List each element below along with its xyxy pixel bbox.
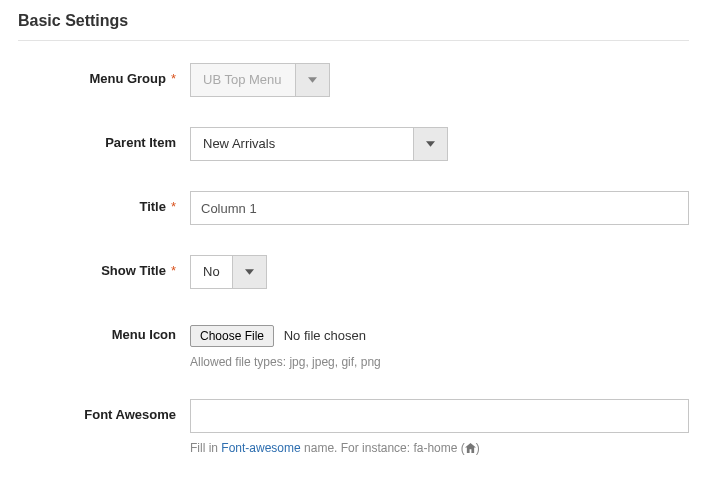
file-status: No file chosen [284, 328, 366, 343]
label-text: Parent Item [105, 135, 176, 150]
label-title: Title* [18, 191, 184, 214]
required-mark: * [171, 71, 176, 86]
required-mark: * [171, 263, 176, 278]
hint-text: Fill in [190, 441, 221, 455]
label-font-awesome: Font Awesome [18, 399, 184, 422]
label-parent-item: Parent Item [18, 127, 184, 150]
show-title-value: No [191, 256, 232, 288]
hint-text: name. For instance: fa-home ( [301, 441, 465, 455]
row-font-awesome: Font Awesome Fill in Font-awesome name. … [18, 399, 689, 456]
menu-icon-hint: Allowed file types: jpg, jpeg, gif, png [190, 355, 689, 369]
required-mark: * [171, 199, 176, 214]
row-parent-item: Parent Item New Arrivals [18, 127, 689, 161]
label-menu-icon: Menu Icon [18, 319, 184, 342]
label-text: Font Awesome [84, 407, 176, 422]
show-title-select[interactable]: No [190, 255, 267, 289]
label-menu-group: Menu Group* [18, 63, 184, 86]
parent-item-toggle[interactable] [413, 128, 447, 160]
home-icon [465, 442, 476, 456]
label-show-title: Show Title* [18, 255, 184, 278]
hint-text: ) [476, 441, 480, 455]
choose-file-button[interactable]: Choose File [190, 325, 274, 347]
label-text: Menu Icon [112, 327, 176, 342]
parent-item-value: New Arrivals [191, 128, 413, 160]
font-awesome-input[interactable] [190, 399, 689, 433]
chevron-down-icon [308, 77, 317, 83]
row-menu-group: Menu Group* UB Top Menu [18, 63, 689, 97]
menu-group-select: UB Top Menu [190, 63, 330, 97]
title-input[interactable] [190, 191, 689, 225]
chevron-down-icon [245, 269, 254, 275]
row-menu-icon: Menu Icon Choose File No file chosen All… [18, 319, 689, 369]
menu-group-value: UB Top Menu [191, 64, 295, 96]
label-text: Show Title [101, 263, 166, 278]
label-text: Title [139, 199, 166, 214]
row-title: Title* [18, 191, 689, 225]
row-show-title: Show Title* No [18, 255, 689, 289]
menu-group-toggle [295, 64, 329, 96]
font-awesome-hint: Fill in Font-awesome name. For instance:… [190, 441, 689, 456]
font-awesome-link[interactable]: Font-awesome [221, 441, 300, 455]
show-title-toggle[interactable] [232, 256, 266, 288]
parent-item-select[interactable]: New Arrivals [190, 127, 448, 161]
section-title: Basic Settings [18, 12, 689, 41]
chevron-down-icon [426, 141, 435, 147]
label-text: Menu Group [89, 71, 166, 86]
